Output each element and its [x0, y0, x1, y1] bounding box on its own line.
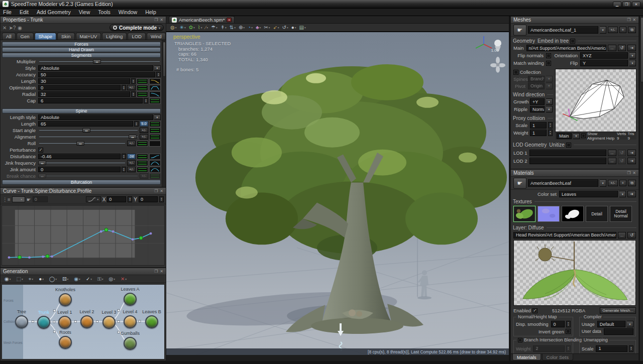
branch-blending-checkbox[interactable]	[518, 338, 522, 342]
tab-skin[interactable]: Skin	[57, 33, 74, 40]
jink-amount-stepper[interactable]: ▲▼	[122, 167, 126, 172]
tab-wind[interactable]: Wind	[147, 33, 166, 40]
menu-item-add-geometry[interactable]: Add Geometry	[37, 9, 71, 15]
ring-icon[interactable]: ◯▾	[48, 276, 58, 282]
flip-normals-checkbox[interactable]	[546, 53, 551, 58]
hand-icon[interactable]: ☛	[27, 197, 31, 202]
zoom-node-icon[interactable]: ◉▾	[4, 276, 12, 282]
float-panel-icon[interactable]: ❐	[154, 269, 158, 274]
gen-node-level1[interactable]	[58, 316, 71, 329]
hand-icon[interactable]: ☛	[513, 25, 526, 36]
float-panel-icon[interactable]: ❐	[627, 18, 630, 22]
chevron-down-icon[interactable]: ▾	[154, 114, 161, 120]
diffuse-texture-preview[interactable]	[513, 240, 636, 306]
lock-icon[interactable]: ⚿▾	[96, 276, 104, 282]
detail-normal-texture-slot[interactable]: Detail Normal	[610, 206, 632, 222]
gen-node-knotholes[interactable]	[59, 293, 72, 306]
tab-gen[interactable]: Gen	[17, 33, 34, 40]
copy-material-icon[interactable]: ⧉	[628, 180, 636, 186]
chevron-down-icon[interactable]: ▾	[627, 321, 633, 327]
tab-color-sets[interactable]: Color Sets	[542, 354, 573, 360]
chevron-down-icon[interactable]: ▾	[629, 52, 636, 59]
optimization-input[interactable]: 0	[38, 85, 121, 90]
cap-stepper[interactable]: ▲▼	[144, 98, 148, 103]
close-panel-icon[interactable]: ✕	[160, 269, 163, 274]
notes-icon[interactable]: ▤▾	[298, 25, 307, 30]
sphere-icon[interactable]: ●▾	[38, 276, 45, 282]
right-column-scrollbar[interactable]	[639, 16, 643, 361]
minimize-button[interactable]: ▁	[613, 2, 621, 7]
swatch-dropdown[interactable]: ▾	[12, 196, 25, 202]
break-chance-slider[interactable]: ◂▸	[38, 173, 139, 179]
check-icon[interactable]: ✓▾	[85, 276, 93, 282]
show-alignment-checkbox[interactable]	[581, 134, 586, 138]
cut-icon[interactable]: ✂▾	[263, 25, 271, 30]
disturbance-variance-badge[interactable]: .08	[127, 154, 136, 159]
leaf-icon[interactable]: ✿▾	[188, 25, 196, 30]
tab-lod[interactable]: LOD	[128, 33, 146, 40]
sphere-icon[interactable]: ●▾	[290, 25, 297, 30]
menu-item-view[interactable]: View	[79, 9, 90, 15]
complete-mode-button[interactable]: Complete mode ▾	[110, 24, 164, 31]
close-panel-icon[interactable]: ✕	[632, 18, 636, 22]
usage-select[interactable]: Default	[597, 321, 625, 327]
proxy-scale-input[interactable]: 1	[530, 122, 547, 129]
chevron-down-icon[interactable]: ▾	[546, 98, 553, 105]
jink-amount-profile-thumb[interactable]	[137, 167, 148, 173]
optimization-profile-thumb[interactable]	[137, 85, 148, 91]
refresh-icon[interactable]: ↺	[618, 45, 626, 51]
match-winding-checkbox[interactable]	[546, 61, 551, 66]
start-angle-variance-button[interactable]: +/-	[140, 128, 148, 133]
tab-mat-uv[interactable]: Mat+UV	[76, 33, 101, 40]
target-icon[interactable]: ⌖▾	[28, 276, 34, 282]
length-style-select[interactable]: Absolute	[38, 114, 153, 120]
y-input[interactable]: 0	[139, 196, 158, 202]
normal-texture-thumb[interactable]	[538, 206, 560, 222]
goto-color-set-icon[interactable]: ➜	[627, 191, 636, 197]
chevron-down-icon[interactable]: ▾	[154, 65, 161, 71]
chevron-down-icon[interactable]: ▾	[573, 133, 580, 139]
break-chance-profile-thumb[interactable]	[149, 173, 161, 179]
rotate-icon[interactable]: ↺▾	[281, 25, 289, 30]
canopy-icon[interactable]: ☂▾	[210, 25, 219, 30]
radial-curve-thumb[interactable]	[149, 91, 161, 97]
tab-all[interactable]: All	[2, 33, 16, 40]
force-icon[interactable]: ➶▾	[272, 25, 280, 30]
roll-profile-thumb[interactable]	[137, 141, 148, 147]
tab-close-icon[interactable]: ✕	[227, 18, 232, 22]
delete-icon[interactable]: ✕	[3, 25, 7, 31]
x-input[interactable]: 0	[107, 196, 126, 202]
user-data-input[interactable]	[604, 328, 633, 335]
cap-profile-thumb[interactable]	[149, 98, 161, 104]
accuracy-input[interactable]: 50	[38, 72, 155, 77]
menu-item-file[interactable]: File	[3, 9, 12, 15]
close-panel-icon[interactable]: ✕	[160, 189, 163, 193]
spine-length-variance-badge[interactable]: 5.0	[140, 121, 148, 127]
optimization-stepper[interactable]: ▲▼	[122, 85, 126, 90]
curve-options-icon[interactable]: ⋮≡	[3, 197, 11, 202]
unwrap-scale-stepper[interactable]: ▲▼	[629, 345, 633, 352]
tab-americanbeech[interactable]: ♣ AmericanBeech.spm* ✕	[169, 16, 235, 23]
disp-smoothing-input[interactable]: 0	[551, 321, 565, 327]
curve-panel-header[interactable]: Curve - Trunk.Spine:Disturbance.Profile …	[1, 188, 166, 195]
section-bifurcation[interactable]: Bifurcation	[2, 180, 161, 185]
plug-icon[interactable]: ⇥	[627, 158, 636, 164]
perturbance-checkbox[interactable]: ✓	[38, 148, 43, 153]
menu-item-edit[interactable]: Edit	[20, 9, 29, 15]
focus-icon[interactable]: ◎▾	[108, 276, 116, 282]
chevron-down-icon[interactable]: ▾	[600, 26, 606, 34]
cap-input[interactable]: 6	[38, 98, 143, 103]
jink-amount-variance-button[interactable]: +/-	[127, 167, 136, 172]
start-angle-slider[interactable]: ◂▸	[38, 128, 139, 133]
dice-icon[interactable]: ⚄▾	[61, 276, 69, 282]
curve-editor-canvas[interactable]	[2, 205, 165, 266]
radial-input[interactable]: 32	[38, 91, 130, 97]
length-curve-thumb[interactable]	[149, 78, 161, 84]
alignment-profile-thumb[interactable]	[149, 134, 161, 140]
title-bar[interactable]: ♣ SpeedTree Modeler v6.2.3 (Games Editio…	[0, 0, 643, 9]
roll-slider[interactable]: ◂▸	[38, 141, 126, 146]
meshes-panel-header[interactable]: Meshes ❐ ✕	[511, 17, 638, 24]
start-angle-profile-thumb[interactable]	[149, 128, 161, 134]
properties-scrollbar[interactable]	[162, 40, 166, 187]
chevron-down-icon[interactable]: ▾	[619, 191, 626, 197]
